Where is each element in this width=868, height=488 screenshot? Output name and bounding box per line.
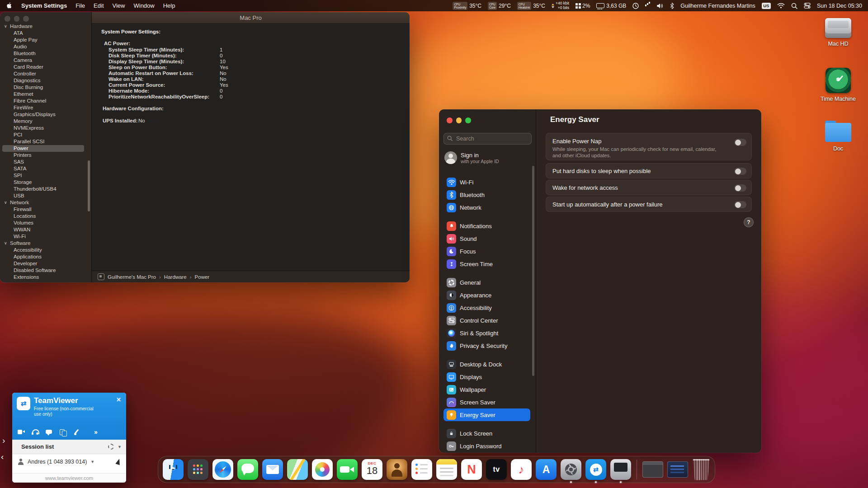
close-button[interactable] xyxy=(447,117,453,123)
dock-icon-calendar[interactable]: DEC 18 xyxy=(362,459,382,480)
sidebar-item-sound[interactable]: Sound xyxy=(443,232,530,245)
tree-item[interactable]: Bluetooth xyxy=(0,50,91,57)
sidebar-item-wifi[interactable]: Wi-Fi xyxy=(443,176,530,188)
panel-collapse-chevron[interactable]: › xyxy=(2,436,5,446)
more-actions-icon[interactable]: » xyxy=(94,428,98,436)
tree-item[interactable]: PCI xyxy=(0,131,91,138)
dock-icon-maps[interactable] xyxy=(287,459,308,480)
sidebar-item-focus[interactable]: Focus xyxy=(443,245,530,258)
control-center-icon[interactable] xyxy=(804,3,811,9)
apple-id-sign-in[interactable]: Sign in with your Apple ID xyxy=(444,151,499,164)
sidebar-item-login-password[interactable]: Login Password xyxy=(443,440,530,452)
auto-restart-toggle[interactable] xyxy=(734,201,746,208)
hard-disk-sleep-toggle[interactable] xyxy=(734,168,746,175)
tree-item[interactable]: Memory xyxy=(0,118,91,125)
tree-item[interactable]: NVMExpress xyxy=(0,125,91,131)
sidebar-item-privacy-security[interactable]: Privacy & Security xyxy=(443,339,530,352)
tree-item[interactable]: Controller xyxy=(0,70,91,77)
sidebar-item-network[interactable]: Network xyxy=(443,201,530,214)
sidebar-item-desktop-dock[interactable]: Desktop & Dock xyxy=(443,358,530,371)
dock-icon-reminders[interactable] xyxy=(411,459,432,480)
tree-item[interactable]: Card Reader xyxy=(0,64,91,70)
dock-icon-messages[interactable] xyxy=(237,459,258,480)
tree-section-software[interactable]: ∨Software xyxy=(0,240,91,247)
session-list-header[interactable]: Session list ▼ xyxy=(12,440,126,454)
network-throughput-widget[interactable]: +40 kbit+0 bits xyxy=(552,1,569,10)
tree-section-hardware[interactable]: ∨Hardware xyxy=(0,23,91,30)
tree-item[interactable]: Disabled Software xyxy=(0,267,91,274)
tree-item[interactable]: Thunderbolt/USB4 xyxy=(0,186,91,192)
tree-item[interactable]: Developer xyxy=(0,260,91,267)
sidebar-item-appearance[interactable]: Appearance xyxy=(443,289,530,301)
dock-icon-launchpad[interactable] xyxy=(188,459,208,480)
tree-item[interactable]: Firewall xyxy=(0,206,91,213)
dock-icon-contacts[interactable] xyxy=(387,459,407,480)
tree-item[interactable]: Volumes xyxy=(0,220,91,226)
tree-item[interactable]: Storage xyxy=(0,179,91,186)
caret-down-icon[interactable]: ▼ xyxy=(118,445,122,449)
search-input[interactable] xyxy=(443,133,532,145)
sidebar-item-control-center[interactable]: Control Center xyxy=(443,314,530,327)
tree-item[interactable]: Audio xyxy=(0,43,91,50)
sidebar-item-siri-spotlight[interactable]: Siri & Spotlight xyxy=(443,327,530,339)
tree-item[interactable]: SAS xyxy=(0,159,91,165)
zoom-button[interactable] xyxy=(465,117,471,123)
sidebar-item-general[interactable]: General xyxy=(443,276,530,289)
tree-item[interactable]: WWAN xyxy=(0,226,91,233)
sidebar-item-screen-saver[interactable]: Screen Saver xyxy=(443,396,530,408)
wifi-menu-icon[interactable] xyxy=(777,3,785,9)
sidebar-item-wallpaper[interactable]: Wallpaper xyxy=(443,383,530,396)
tree-item[interactable]: Graphics/Displays xyxy=(0,111,91,118)
clock-widget-icon[interactable] xyxy=(632,3,639,9)
cpu-core-sensor[interactable]: CPUCore 29°C xyxy=(488,2,511,10)
tree-section-network[interactable]: ∨Network xyxy=(0,199,91,206)
menu-help[interactable]: Help xyxy=(163,2,175,9)
menu-edit[interactable]: Edit xyxy=(94,2,104,9)
tree-item[interactable]: Wi-Fi xyxy=(0,233,91,240)
headset-icon[interactable] xyxy=(32,429,39,435)
sidebar-item-lock-screen[interactable]: Lock Screen xyxy=(443,427,530,440)
active-app-name[interactable]: System Settings xyxy=(21,2,67,9)
power-nap-toggle[interactable] xyxy=(734,139,746,146)
sidebar-item-screen-time[interactable]: Screen Time xyxy=(443,258,530,270)
desktop-icon-mac-hd[interactable]: Mac HD xyxy=(819,18,857,47)
logged-in-user[interactable]: Guilherme Fernandes Martins xyxy=(680,3,755,9)
sidebar-scrollbar[interactable] xyxy=(88,160,90,211)
tree-item[interactable]: Camera xyxy=(0,57,91,64)
tree-item-power-selected[interactable]: Power xyxy=(2,145,84,152)
gear-icon[interactable] xyxy=(108,444,114,450)
session-partner-row[interactable]: Andres (1 048 393 014) ▼ xyxy=(12,454,126,469)
tree-item[interactable]: Diagnostics xyxy=(0,77,91,84)
panel-collapse-chevron[interactable]: ‹ xyxy=(1,452,4,462)
brush-icon[interactable] xyxy=(74,429,81,435)
minimize-button[interactable] xyxy=(14,16,20,22)
minimize-button[interactable] xyxy=(456,117,462,123)
tree-item[interactable]: Fibre Channel xyxy=(0,98,91,104)
bluetooth-icon[interactable] xyxy=(670,3,674,9)
tree-item[interactable]: Accessibility xyxy=(0,247,91,253)
dock-icon-system-information[interactable] xyxy=(610,459,631,480)
tree-item[interactable]: USB xyxy=(0,192,91,199)
desktop-icon-doc[interactable]: Doc xyxy=(819,120,857,152)
tree-item[interactable]: ATA xyxy=(0,30,91,37)
dock-icon-app-store[interactable]: A xyxy=(536,459,557,480)
sidebar-item-notifications[interactable]: Notifications xyxy=(443,220,530,232)
cpu-proximity-sensor[interactable]: CPUProximity 35°C xyxy=(453,2,481,10)
help-button[interactable]: ? xyxy=(744,217,754,227)
caret-down-icon[interactable]: ▼ xyxy=(90,460,94,464)
wake-network-toggle[interactable] xyxy=(734,184,746,192)
dock-icon-music[interactable]: ♪ xyxy=(511,459,532,480)
breadcrumb-power[interactable]: Power xyxy=(195,274,210,280)
tree-item[interactable]: Ethernet xyxy=(0,91,91,98)
activity-chart-icon[interactable] xyxy=(645,5,646,6)
dock-icon-finder[interactable] xyxy=(163,459,184,480)
dock-icon-trash[interactable] xyxy=(692,459,710,480)
dock-icon-photos[interactable] xyxy=(312,459,333,480)
dock-icon-safari[interactable] xyxy=(212,459,233,480)
memory-widget[interactable]: 3,63 GB xyxy=(596,3,626,9)
dock-icon-system-settings[interactable] xyxy=(561,459,581,480)
sidebar-scrollbar[interactable] xyxy=(532,166,534,376)
input-source-badge[interactable]: US xyxy=(762,3,771,9)
dock-icon-mail[interactable] xyxy=(262,459,283,480)
tree-item[interactable]: SPI xyxy=(0,172,91,179)
